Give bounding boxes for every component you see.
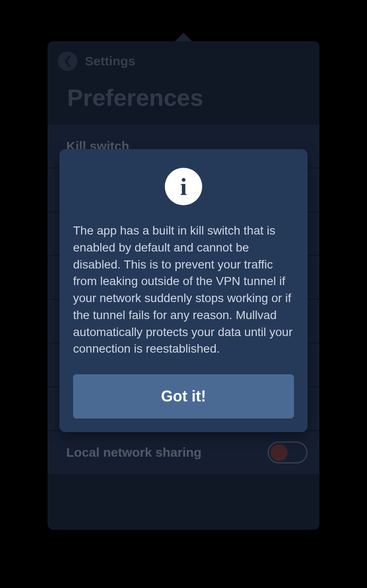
modal-text: The app has a built in kill switch that …	[73, 222, 294, 357]
preferences-window: Settings Preferences Kill switch Block m…	[48, 41, 319, 530]
nav-row: Settings	[58, 51, 309, 71]
local-network-sharing-toggle[interactable]	[268, 441, 308, 464]
nav-back-label[interactable]: Settings	[85, 54, 135, 68]
window-pointer	[174, 33, 193, 42]
header: Settings Preferences	[48, 41, 319, 125]
toggle-knob	[271, 444, 288, 461]
row-label: Local network sharing	[66, 445, 201, 460]
page-title: Preferences	[58, 84, 309, 111]
chevron-left-icon	[64, 55, 71, 67]
info-icon: i	[165, 168, 202, 205]
back-button[interactable]	[58, 51, 77, 71]
row-local-network-sharing[interactable]: Local network sharing	[48, 431, 319, 474]
got-it-button[interactable]: Got it!	[73, 374, 294, 418]
info-modal: i The app has a built in kill switch tha…	[59, 149, 308, 432]
